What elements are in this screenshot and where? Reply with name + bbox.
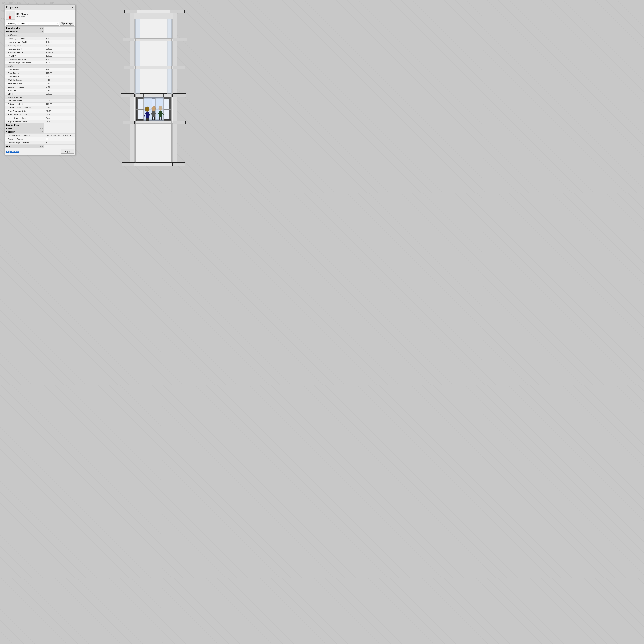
- edit-type-button[interactable]: Edit Type: [60, 22, 74, 26]
- prop-entrance-wall-thickness-label: Entrance Wall Thickness: [5, 106, 44, 109]
- prop-clear-width-value[interactable]: 175.00: [44, 68, 75, 71]
- section-identity-data[interactable]: Identity Data ⌄⌄: [5, 123, 75, 127]
- prop-left-entrance-offset-value[interactable]: 47.50: [44, 116, 75, 120]
- prop-front-gap-value[interactable]: 8.50: [44, 89, 75, 92]
- section-dimensions[interactable]: Dimensions ∧∧: [5, 30, 75, 33]
- section-electrical-loads-collapse[interactable]: ⌄⌄: [40, 27, 43, 29]
- svg-rect-70: [134, 41, 135, 66]
- prop-front-gap[interactable]: Front Gap 8.50: [5, 89, 75, 92]
- prop-entrance-width[interactable]: Entrance Width 80.00: [5, 99, 75, 102]
- prop-front-entrance-offset[interactable]: Front Entrance Offset 47.50: [5, 109, 75, 113]
- prop-hoistway-height[interactable]: Hoistway Height 1500.00: [5, 51, 75, 54]
- prop-back-entrance-offset[interactable]: Back Entrance Offset 47.50: [5, 113, 75, 116]
- prop-right-entrance-offset-value[interactable]: 47.50: [44, 120, 75, 123]
- prop-clear-depth[interactable]: Clear Depth 175.00: [5, 71, 75, 75]
- section-phasing-collapse[interactable]: ⌄⌄: [40, 127, 43, 129]
- svg-rect-25: [130, 66, 177, 69]
- prop-entrance-wall-thickness-value[interactable]: 4.00: [44, 106, 75, 109]
- prop-left-entrance-offset[interactable]: Left Entrance Offset 47.50: [5, 116, 75, 120]
- prop-counterweight-position[interactable]: Counterweight Position 1: [5, 141, 75, 144]
- panel-title: Properties: [6, 6, 18, 9]
- section-dimensions-label: Dimensions: [6, 31, 18, 33]
- prop-hoistway-left-width[interactable]: Hoistway Left Width 100.00: [5, 37, 75, 40]
- prop-counterweight-thickness[interactable]: Counterweight Thickness 15.00: [5, 61, 75, 65]
- prop-front-entrance-offset-value[interactable]: 47.50: [44, 109, 75, 113]
- subsection-car[interactable]: Car: [5, 65, 75, 68]
- prop-hoistway-right-width[interactable]: Hoistway Right Width 100.00: [5, 40, 75, 44]
- section-dimensions-collapse[interactable]: ∧∧: [40, 31, 43, 33]
- prop-offset-value[interactable]: 250.00: [44, 92, 75, 96]
- svg-rect-62: [159, 117, 160, 120]
- svg-rect-18: [173, 13, 177, 162]
- prop-offset[interactable]: Offset 250.00: [5, 92, 75, 96]
- apply-button[interactable]: Apply: [61, 149, 74, 154]
- prop-entrance-height[interactable]: Entrance Height 170.00: [5, 102, 75, 106]
- component-name-line1: RD_Elevator: [16, 13, 71, 15]
- prop-hoistway-height-value[interactable]: 1500.00: [44, 51, 75, 54]
- prop-floor-thickness[interactable]: Floor Thickness 6.00: [5, 82, 75, 85]
- prop-clear-height[interactable]: Clear Height 220.00: [5, 75, 75, 78]
- prop-offset-label: Offset: [5, 92, 44, 96]
- elevator-visualization: [119, 5, 188, 183]
- svg-rect-24: [173, 38, 187, 41]
- section-electrical-loads[interactable]: Electrical - Loads ⌄⌄: [5, 27, 75, 30]
- close-button[interactable]: ✕: [72, 6, 74, 9]
- prop-entrance-width-label: Entrance Width: [5, 99, 44, 102]
- svg-rect-33: [173, 121, 186, 124]
- prop-elevator-type[interactable]: Elevator Type<Specialty E... RD_Elevator…: [5, 134, 75, 137]
- component-name: RD_Elevator Hydraulic: [16, 13, 71, 18]
- prop-pit-depth-value[interactable]: 100.00: [44, 54, 75, 58]
- prop-entrance-height-value[interactable]: 170.00: [44, 102, 75, 106]
- prop-clear-width[interactable]: Clear Width 175.00: [5, 68, 75, 71]
- section-other-collapse[interactable]: ⌄⌄: [40, 145, 43, 147]
- prop-required-space-value[interactable]: [44, 137, 75, 141]
- prop-clear-depth-value[interactable]: 175.00: [44, 71, 75, 75]
- prop-entrance-width-value[interactable]: 80.00: [44, 99, 75, 102]
- prop-hoistway-right-width-value[interactable]: 100.00: [44, 40, 75, 44]
- prop-ceiling-thickness[interactable]: Ceiling Thickness 6.00: [5, 85, 75, 89]
- section-identity-data-collapse[interactable]: ⌄⌄: [40, 124, 43, 126]
- svg-rect-79: [135, 41, 140, 66]
- prop-wall-thickness-label: Wall Thickness: [5, 78, 44, 82]
- svg-rect-51: [147, 118, 149, 121]
- prop-hoistway-depth-value[interactable]: 200.00: [44, 47, 75, 51]
- subsection-car-entrance[interactable]: Car Entrance: [5, 96, 75, 99]
- prop-counterweight-position-value[interactable]: 1: [44, 141, 75, 144]
- section-electrical-loads-label: Electrical - Loads: [6, 27, 23, 29]
- prop-counterweight-width-value[interactable]: 100.00: [44, 58, 75, 61]
- prop-back-entrance-offset-label: Back Entrance Offset: [5, 113, 44, 116]
- section-visibility-collapse[interactable]: ∧∧: [40, 131, 43, 133]
- prop-hoistway-height-label: Hoistway Height: [5, 51, 44, 54]
- svg-rect-72: [134, 69, 135, 94]
- svg-rect-81: [135, 69, 140, 94]
- properties-help-link[interactable]: Properties help: [6, 150, 20, 152]
- prop-counterweight-thickness-value[interactable]: 15.00: [44, 61, 75, 65]
- prop-clear-height-value[interactable]: 220.00: [44, 75, 75, 78]
- section-visibility[interactable]: Visibility ∧∧: [5, 130, 75, 134]
- svg-rect-19: [134, 13, 173, 162]
- prop-hoistway-left-width-value[interactable]: 100.00: [44, 37, 75, 40]
- required-space-checkbox[interactable]: [46, 138, 48, 140]
- prop-entrance-wall-thickness[interactable]: Entrance Wall Thickness 4.00: [5, 106, 75, 109]
- svg-rect-22: [130, 38, 177, 41]
- svg-rect-23: [123, 38, 134, 41]
- prop-hoistway-depth[interactable]: Hoistway Depth 200.00: [5, 47, 75, 51]
- prop-wall-thickness[interactable]: Wall Thickness 2.00: [5, 78, 75, 82]
- subsection-hoistway[interactable]: Hoistway: [5, 33, 75, 37]
- section-phasing[interactable]: Phasing ⌄⌄: [5, 127, 75, 130]
- prop-counterweight-width[interactable]: Counterweight Width 100.00: [5, 58, 75, 61]
- prop-right-entrance-offset[interactable]: Right Entrance Offset 47.50: [5, 120, 75, 123]
- prop-floor-thickness-value[interactable]: 6.00: [44, 82, 75, 85]
- prop-required-space[interactable]: Required Space: [5, 137, 75, 141]
- prop-back-entrance-offset-value[interactable]: 47.50: [44, 113, 75, 116]
- prop-pit-depth[interactable]: Pit Depth 100.00: [5, 54, 75, 58]
- component-dropdown-arrow[interactable]: ▼: [72, 14, 74, 16]
- properties-scroll-area[interactable]: Electrical - Loads ⌄⌄ Dimensions ∧∧: [5, 27, 75, 148]
- type-dropdown[interactable]: Specialty Equipment (1): [6, 22, 59, 26]
- prop-elevator-type-value[interactable]: RD_Elevator Car : Front Entr...: [44, 134, 75, 137]
- section-other[interactable]: Other ⌄⌄: [5, 144, 75, 148]
- prop-ceiling-thickness-value[interactable]: 6.00: [44, 85, 75, 89]
- panel-titlebar: Properties ✕: [5, 5, 75, 10]
- prop-wall-thickness-value[interactable]: 2.00: [44, 78, 75, 82]
- section-phasing-label: Phasing: [6, 127, 14, 129]
